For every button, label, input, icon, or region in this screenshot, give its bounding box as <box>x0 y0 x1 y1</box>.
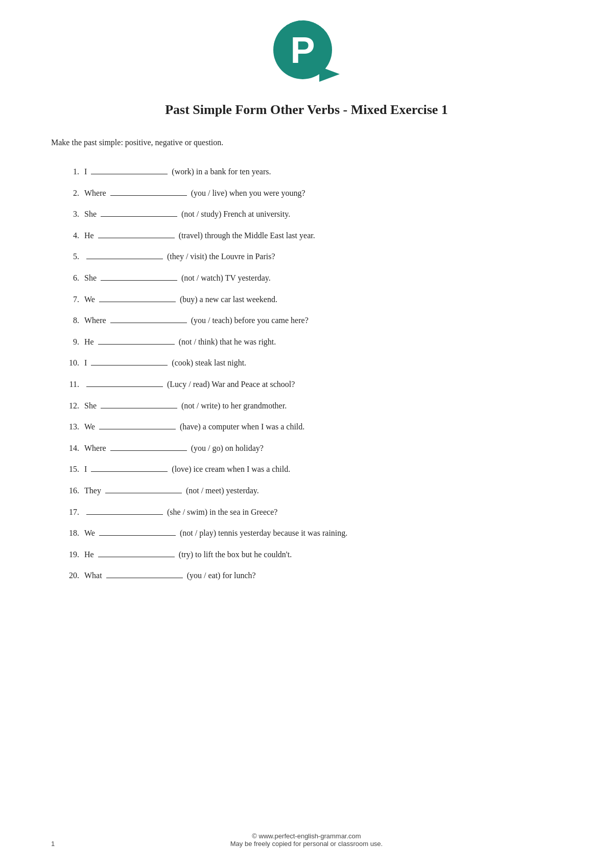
answer-blank[interactable] <box>99 420 176 429</box>
item-after: (travel) through the Middle East last ye… <box>179 229 315 242</box>
item-number: 3. <box>61 208 84 221</box>
item-before: She <box>84 399 97 413</box>
item-before: What <box>84 569 102 582</box>
item-number: 16. <box>61 484 84 497</box>
item-number: 14. <box>61 442 84 455</box>
exercise-item: 7.We (buy) a new car last weekend. <box>61 293 562 306</box>
item-content: Where (you / go) on holiday? <box>84 442 264 455</box>
item-before: I <box>84 165 87 178</box>
item-after: (love) ice cream when I was a child. <box>172 463 290 476</box>
item-number: 6. <box>61 271 84 285</box>
item-after: (you / eat) for lunch? <box>187 569 256 582</box>
item-before: Where <box>84 314 106 327</box>
item-number: 15. <box>61 463 84 476</box>
item-after: (you / live) when you were young? <box>191 187 305 200</box>
answer-blank[interactable] <box>101 399 177 408</box>
item-after: (not / study) French at university. <box>181 208 290 221</box>
answer-blank[interactable] <box>110 187 187 196</box>
footer: © www.perfect-english-grammar.com May be… <box>0 832 613 848</box>
logo-circle: P <box>273 20 332 79</box>
answer-blank[interactable] <box>98 548 175 557</box>
exercise-item: 17. (she / swim) in the sea in Greece? <box>61 506 562 519</box>
item-content: I (love) ice cream when I was a child. <box>84 463 290 476</box>
exercise-item: 13.We (have) a computer when I was a chi… <box>61 420 562 433</box>
item-after: (she / swim) in the sea in Greece? <box>167 506 277 519</box>
title-section: Past Simple Form Other Verbs - Mixed Exe… <box>51 102 562 118</box>
item-content: Where (you / teach) before you came here… <box>84 314 309 327</box>
item-content: Where (you / live) when you were young? <box>84 187 305 200</box>
answer-blank[interactable] <box>110 314 187 323</box>
item-content: He (not / think) that he was right. <box>84 335 276 349</box>
exercise-item: 5. (they / visit) the Louvre in Paris? <box>61 250 562 263</box>
item-content: What (you / eat) for lunch? <box>84 569 256 582</box>
logo-letter: P <box>290 32 315 68</box>
item-before: She <box>84 271 97 285</box>
item-after: (not / play) tennis yesterday because it… <box>180 527 347 540</box>
item-after: (not / think) that he was right. <box>179 335 276 349</box>
answer-blank[interactable] <box>101 271 177 281</box>
exercise-item: 2.Where (you / live) when you were young… <box>61 187 562 200</box>
item-content: We (buy) a new car last weekend. <box>84 293 277 306</box>
item-content: We (not / play) tennis yesterday because… <box>84 527 347 540</box>
footer-license: May be freely copied for personal or cla… <box>0 840 613 848</box>
item-content: I (cook) steak last night. <box>84 356 246 370</box>
item-content: He (travel) through the Middle East last… <box>84 229 315 242</box>
answer-blank[interactable] <box>86 250 163 259</box>
item-content: She (not / write) to her grandmother. <box>84 399 287 413</box>
answer-blank[interactable] <box>99 293 176 302</box>
exercise-item: 9.He (not / think) that he was right. <box>61 335 562 349</box>
item-before: I <box>84 356 87 370</box>
item-after: (try) to lift the box but he couldn't. <box>179 548 292 561</box>
answer-blank[interactable] <box>98 335 175 345</box>
answer-blank[interactable] <box>91 463 168 472</box>
item-content: We (have) a computer when I was a child. <box>84 420 304 433</box>
exercise-item: 14.Where (you / go) on holiday? <box>61 442 562 455</box>
item-after: (have) a computer when I was a child. <box>180 420 304 433</box>
item-number: 9. <box>61 335 84 349</box>
footer-copyright: © www.perfect-english-grammar.com <box>0 832 613 840</box>
exercise-item: 18.We (not / play) tennis yesterday beca… <box>61 527 562 540</box>
item-number: 1. <box>61 165 84 178</box>
exercise-list: 1.I (work) in a bank for ten years.2.Whe… <box>61 165 562 582</box>
item-after: (work) in a bank for ten years. <box>172 165 271 178</box>
exercise-item: 1.I (work) in a bank for ten years. <box>61 165 562 178</box>
item-number: 12. <box>61 399 84 413</box>
exercise-item: 12.She (not / write) to her grandmother. <box>61 399 562 413</box>
item-content: (Lucy / read) War and Peace at school? <box>84 378 295 391</box>
answer-blank[interactable] <box>105 484 182 493</box>
item-before: We <box>84 293 95 306</box>
item-before: He <box>84 335 94 349</box>
item-before: We <box>84 527 95 540</box>
item-after: (not / write) to her grandmother. <box>181 399 287 413</box>
item-number: 4. <box>61 229 84 242</box>
logo-container: ENGLISH GRAMMAR PERFECT P <box>51 0 562 87</box>
exercise-item: 4.He (travel) through the Middle East la… <box>61 229 562 242</box>
item-after: (Lucy / read) War and Peace at school? <box>167 378 295 391</box>
item-after: (buy) a new car last weekend. <box>180 293 277 306</box>
answer-blank[interactable] <box>99 527 176 536</box>
answer-blank[interactable] <box>101 208 177 217</box>
exercise-item: 10.I (cook) steak last night. <box>61 356 562 370</box>
answer-blank[interactable] <box>91 165 168 174</box>
answer-blank[interactable] <box>106 569 183 578</box>
item-number: 2. <box>61 187 84 200</box>
exercise-item: 19.He (try) to lift the box but he could… <box>61 548 562 561</box>
page: ENGLISH GRAMMAR PERFECT P Past Simple Fo… <box>0 0 613 868</box>
answer-blank[interactable] <box>98 229 175 238</box>
item-after: (they / visit) the Louvre in Paris? <box>167 250 275 263</box>
item-after: (you / go) on holiday? <box>191 442 264 455</box>
exercise-item: 11. (Lucy / read) War and Peace at schoo… <box>61 378 562 391</box>
item-number: 7. <box>61 293 84 306</box>
answer-blank[interactable] <box>86 378 163 387</box>
exercise-item: 8.Where (you / teach) before you came he… <box>61 314 562 327</box>
item-number: 19. <box>61 548 84 561</box>
answer-blank[interactable] <box>91 356 168 366</box>
item-content: She (not / watch) TV yesterday. <box>84 271 271 285</box>
item-before: I <box>84 463 87 476</box>
exercise-item: 15.I (love) ice cream when I was a child… <box>61 463 562 476</box>
item-before: He <box>84 548 94 561</box>
answer-blank[interactable] <box>86 506 163 515</box>
item-number: 18. <box>61 527 84 540</box>
answer-blank[interactable] <box>110 442 187 451</box>
item-before: Where <box>84 442 106 455</box>
